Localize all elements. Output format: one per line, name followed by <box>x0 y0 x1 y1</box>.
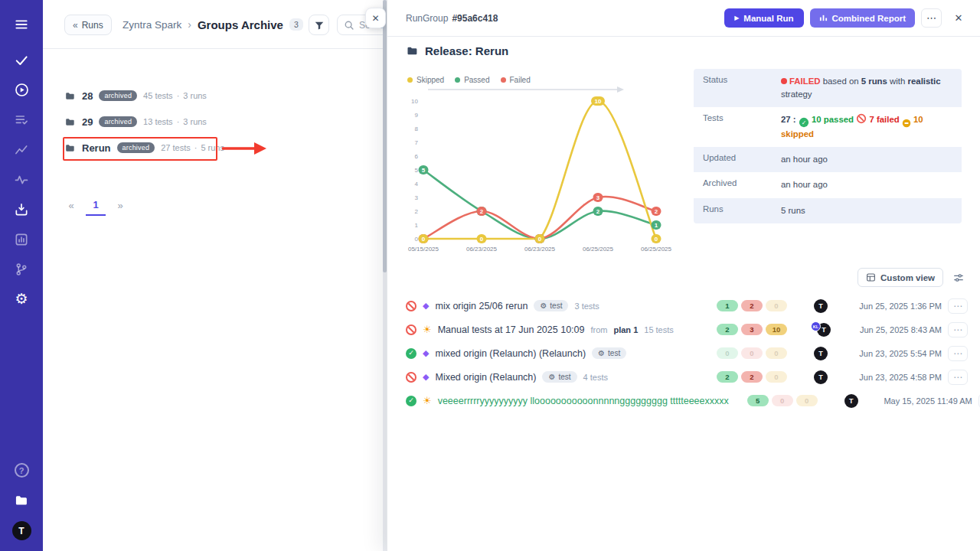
legend-item[interactable]: Failed <box>501 76 531 84</box>
avatar: T <box>814 347 828 360</box>
run-menu-button[interactable]: ⋯ <box>948 346 968 361</box>
back-icon: « <box>73 20 78 31</box>
run-row[interactable]: ◆ Mixed origin (Relaunch) ⚙test 4 tests … <box>406 365 968 389</box>
group-tests-count: 13 tests <box>143 117 173 126</box>
group-runs-count: 3 runs <box>183 117 207 126</box>
svg-text:0: 0 <box>538 236 542 243</box>
run-tag: ⚙test <box>542 371 577 383</box>
test-plans-icon[interactable] <box>6 105 37 135</box>
help-icon[interactable]: ? <box>6 455 37 485</box>
filter-button[interactable] <box>309 15 329 35</box>
legend-dot <box>407 77 413 83</box>
svg-text:10: 10 <box>411 98 418 105</box>
filter-sliders-button[interactable] <box>949 269 968 287</box>
tests-value: 27 : 10 passed 7 failed 10 skipped <box>781 107 962 147</box>
custom-view-button[interactable]: Custom view <box>858 268 943 287</box>
breadcrumb-current: Groups Archive <box>198 18 283 31</box>
group-runs-count: 3 runs <box>183 91 207 100</box>
info-row-archived: Archived an hour ago <box>694 172 962 197</box>
analytics-trend-icon[interactable] <box>6 135 37 165</box>
legend-label: Skipped <box>416 76 444 84</box>
legend-label: Failed <box>510 76 531 84</box>
group-name: 28 <box>82 90 93 102</box>
projects-folder-icon[interactable] <box>6 485 37 515</box>
detail-actions: ▶ Manual Run Combined Report ⋯ ✕ <box>724 8 969 28</box>
svg-text:06/23/2025: 06/23/2025 <box>524 246 556 253</box>
breadcrumb-project-link[interactable]: Zyntra Spark <box>122 19 181 31</box>
run-title[interactable]: Manual tests at 17 Jun 2025 10:09 <box>438 324 585 335</box>
legend-item[interactable]: Passed <box>455 76 489 84</box>
group-meta-separator: · <box>177 117 180 126</box>
run-title[interactable]: veeeerrrrryyyyyyyyyy llooooooooooonnnnng… <box>438 396 729 406</box>
run-row[interactable]: ◆ mix origin 25/06 rerun ⚙test 3 tests 1… <box>406 294 968 318</box>
run-title[interactable]: mixed origin (Relaunch) (Relaunch) <box>435 348 586 359</box>
updated-label: Updated <box>694 147 781 172</box>
combined-report-button[interactable]: Combined Report <box>810 8 915 28</box>
reports-icon[interactable] <box>6 224 37 254</box>
skipped-count-pill: 0 <box>766 300 787 311</box>
skipped-circle-icon <box>903 119 911 128</box>
chart-legend: SkippedPassedFailed <box>407 76 531 84</box>
avatar: T <box>814 370 828 384</box>
play-run-icon[interactable] <box>6 75 37 105</box>
run-row[interactable]: ◆ mixed origin (Relaunch) (Relaunch) ⚙te… <box>406 341 968 365</box>
group-name: 29 <box>82 116 93 128</box>
close-panel-button[interactable]: ✕ <box>948 8 969 28</box>
group-row[interactable]: 28 archived 45 tests · 3 runs <box>43 83 381 109</box>
more-options-button[interactable]: ⋯ <box>921 8 942 28</box>
svg-text:05/15/2025: 05/15/2025 <box>408 246 439 253</box>
runs-chart: 01234567891005/15/202506/23/202506/23/20… <box>395 86 678 264</box>
legend-item[interactable]: Skipped <box>407 76 444 84</box>
group-row[interactable]: Rerun archived 27 tests · 5 runs <box>43 135 381 161</box>
run-title[interactable]: Mixed origin (Relaunch) <box>435 372 536 383</box>
settings-gear-icon[interactable]: ⚙ <box>6 284 37 314</box>
back-to-runs-button[interactable]: « Runs <box>64 15 112 35</box>
next-page-button[interactable]: » <box>110 194 130 216</box>
info-row-tests: Tests 27 : 10 passed 7 failed 10 skipped <box>694 107 962 147</box>
sidebar: ⚙ ? T <box>0 0 43 551</box>
view-grid-icon <box>866 272 876 282</box>
import-icon[interactable] <box>6 194 37 224</box>
run-title[interactable]: mix origin 25/06 rerun <box>435 301 528 311</box>
svg-text:7: 7 <box>415 139 419 146</box>
prev-page-button[interactable]: « <box>61 194 81 216</box>
manual-run-button[interactable]: ▶ Manual Run <box>724 8 803 28</box>
run-tag-label: test <box>608 349 620 357</box>
group-row[interactable]: 29 archived 13 tests · 3 runs <box>43 109 381 135</box>
app-root: ⚙ ? T « Runs Zyntra Spark › Groups Archi… <box>0 0 980 551</box>
entity-type-label: RunGroup <box>406 13 448 24</box>
archived-label: Archived <box>694 172 781 197</box>
user-avatar[interactable]: T <box>12 521 31 540</box>
run-row[interactable]: ☀ Manual tests at 17 Jun 2025 10:09 from… <box>406 318 968 341</box>
rungroup-detail-panel: RunGroup #95a6c418 ▶ Manual Run Combined… <box>387 0 980 551</box>
pulse-icon[interactable] <box>6 165 37 194</box>
svg-text:0: 0 <box>480 236 484 243</box>
tests-label: Tests <box>694 107 781 147</box>
current-page-button[interactable]: 1 <box>86 194 106 216</box>
runs-check-icon[interactable] <box>6 45 37 75</box>
run-avatars: T <box>796 347 845 360</box>
svg-text:9: 9 <box>415 112 419 119</box>
run-menu-button[interactable]: ⋯ <box>948 298 968 314</box>
branches-icon[interactable] <box>6 254 37 284</box>
run-list: ◆ mix origin 25/06 rerun ⚙test 3 tests 1… <box>406 294 968 412</box>
run-status-icon <box>406 348 416 359</box>
svg-text:3: 3 <box>596 194 600 201</box>
svg-text:6: 6 <box>415 153 419 160</box>
info-row-runs: Runs 5 runs <box>694 198 962 223</box>
close-drawer-button[interactable]: ✕ <box>365 8 386 28</box>
svg-text:2: 2 <box>655 208 658 215</box>
run-origin-icon: ◆ <box>423 349 429 357</box>
run-origin-icon: ☀ <box>423 396 432 406</box>
run-origin-icon: ◆ <box>423 373 429 381</box>
run-menu-button[interactable]: ⋯ <box>948 322 968 337</box>
run-count-pills: 2 3 10 <box>717 324 790 335</box>
folder-icon <box>406 44 419 57</box>
svg-text:1: 1 <box>415 222 419 229</box>
run-plan-link[interactable]: plan 1 <box>613 325 638 334</box>
menu-icon[interactable] <box>6 9 37 39</box>
run-menu-button[interactable]: ⋯ <box>948 370 968 385</box>
avatar: T <box>814 299 828 313</box>
svg-text:06/25/2025: 06/25/2025 <box>641 246 672 253</box>
run-row[interactable]: ☀ veeeerrrrryyyyyyyyyy llooooooooooonnnn… <box>406 389 968 412</box>
